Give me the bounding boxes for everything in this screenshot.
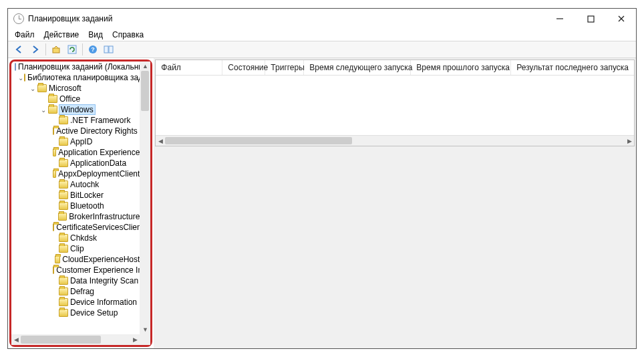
tree-item[interactable]: ›Active Directory Rights Management Serv… — [11, 126, 140, 136]
col-state[interactable]: Состояние — [222, 60, 265, 75]
tree-item[interactable]: ›Device Setup — [11, 308, 140, 318]
tree-item-label: Autochk — [70, 180, 99, 189]
tree-windows-label: Windows — [59, 105, 95, 114]
refresh-button[interactable] — [65, 43, 79, 56]
vertical-scrollbar[interactable]: ▲ ▼ — [140, 62, 150, 334]
navigation-tree[interactable]: Планировщик заданий (Локальный) ⌄ Библио… — [11, 62, 150, 345]
tree-item[interactable]: ›Bluetooth — [11, 201, 140, 211]
tree-item-label: BitLocker — [70, 191, 104, 200]
svg-text:?: ? — [91, 46, 95, 53]
col-last-run[interactable]: Время прошлого запуска — [411, 60, 511, 75]
tree-item[interactable]: ›BitLocker — [11, 190, 140, 201]
app-window: Планировщик заданий Файл Действие Вид Сп… — [7, 8, 637, 349]
tree-item-label: .NET Framework — [70, 116, 130, 125]
scrollbar-corner — [140, 334, 150, 345]
titlebar[interactable]: Планировщик заданий — [8, 9, 636, 29]
back-button[interactable] — [12, 43, 27, 56]
tree-microsoft-label: Microsoft — [49, 84, 82, 93]
tree-item[interactable]: ›Autochk — [11, 179, 140, 190]
tree-item[interactable]: ›AppxDeploymentClient — [11, 168, 140, 179]
scrollbar-thumb[interactable] — [21, 336, 101, 344]
svg-rect-1 — [588, 16, 594, 22]
folder-icon — [59, 202, 68, 210]
tree-office[interactable]: › Office — [11, 94, 140, 104]
tree-item[interactable]: ›Defrag — [11, 286, 140, 297]
scroll-right-icon[interactable]: ▶ — [625, 136, 634, 146]
tree-item[interactable]: ›CloudExperienceHost — [11, 254, 140, 265]
tree-item[interactable]: ›ApplicationData — [11, 158, 140, 168]
tree-item-label: AppxDeploymentClient — [58, 169, 140, 178]
col-next-run[interactable]: Время следующего запуска — [304, 60, 411, 75]
toolbar: ? — [8, 41, 636, 58]
menu-view[interactable]: Вид — [88, 30, 103, 39]
tree-item[interactable]: ›AppID — [11, 136, 140, 147]
scrollbar-thumb[interactable] — [141, 71, 149, 111]
scroll-down-icon[interactable]: ▼ — [140, 325, 150, 334]
tree-scroll-area: Планировщик заданий (Локальный) ⌄ Библио… — [11, 62, 140, 334]
content-area: Планировщик заданий (Локальный) ⌄ Библио… — [8, 58, 636, 348]
list-horizontal-scrollbar[interactable]: ◀ ▶ — [156, 135, 634, 146]
tree-root[interactable]: Планировщик заданий (Локальный) — [11, 62, 140, 72]
tree-item-label: Active Directory Rights Management Servi… — [56, 126, 140, 136]
folder-icon — [59, 298, 68, 306]
close-button[interactable] — [612, 12, 631, 25]
tree-item-label: Device Setup — [70, 308, 118, 318]
folder-icon — [53, 127, 54, 135]
forward-button[interactable] — [28, 43, 43, 56]
scroll-up-icon[interactable]: ▲ — [140, 62, 150, 71]
help-button[interactable]: ? — [86, 43, 100, 56]
minimize-button[interactable] — [550, 12, 569, 25]
maximize-button[interactable] — [581, 12, 600, 25]
col-last-result[interactable]: Результат последнего запуска — [511, 60, 634, 75]
tree-item-label: Defrag — [70, 287, 94, 296]
tree-library[interactable]: ⌄ Библиотека планировщика заданий — [11, 72, 140, 83]
menu-file[interactable]: Файл — [15, 30, 35, 39]
horizontal-scrollbar[interactable]: ◀ ▶ — [11, 334, 140, 345]
expand-toggle[interactable]: ⌄ — [39, 106, 47, 114]
expand-toggle[interactable]: ⌄ — [29, 85, 37, 92]
tree-item[interactable]: ›Data Integrity Scan — [11, 275, 140, 286]
scrollbar-thumb[interactable] — [165, 137, 352, 144]
scroll-right-icon[interactable]: ▶ — [130, 334, 140, 345]
tree-windows[interactable]: ⌄ Windows — [11, 104, 140, 115]
expand-toggle[interactable]: ⌄ — [18, 74, 23, 82]
properties-button[interactable] — [49, 43, 63, 56]
tree-item[interactable]: ›Clip — [11, 243, 140, 254]
scroll-left-icon[interactable]: ◀ — [156, 136, 165, 146]
task-list[interactable]: Файл Состояние Триггеры Время следующего… — [155, 60, 635, 146]
scroll-left-icon[interactable]: ◀ — [11, 334, 21, 345]
tree-item[interactable]: ›CertificateServicesClient — [11, 222, 140, 233]
col-file[interactable]: Файл — [156, 60, 222, 75]
clock-icon — [13, 13, 24, 24]
folder-icon — [53, 266, 54, 274]
show-hide-button[interactable] — [102, 43, 116, 56]
folder-icon — [59, 138, 68, 146]
tree-microsoft[interactable]: ⌄ Microsoft — [11, 83, 140, 94]
col-triggers[interactable]: Триггеры — [265, 60, 304, 75]
tree-item[interactable]: ›Chkdsk — [11, 233, 140, 243]
folder-icon — [48, 95, 57, 103]
folder-icon — [53, 170, 56, 178]
tree-item[interactable]: ›Device Information — [11, 297, 140, 308]
folder-icon — [59, 159, 68, 167]
folder-icon — [59, 245, 68, 253]
tree-item-label: Chkdsk — [70, 233, 97, 243]
menu-action[interactable]: Действие — [44, 30, 79, 39]
right-panel: Файл Состояние Триггеры Время следующего… — [154, 58, 636, 348]
menu-help[interactable]: Справка — [112, 30, 144, 39]
folder-icon — [53, 223, 54, 231]
window-title: Планировщик заданий — [28, 14, 550, 23]
folder-icon — [37, 84, 47, 92]
tree-item-label: Bluetooth — [70, 201, 104, 211]
tree-item[interactable]: ›Application Experience — [11, 147, 140, 158]
tree-item[interactable]: ›Customer Experience Improvement Program — [11, 265, 140, 275]
folder-icon — [59, 116, 68, 124]
tree-item[interactable]: ›BrokerInfrastructure — [11, 211, 140, 222]
folder-icon — [48, 106, 57, 114]
tree-office-label: Office — [59, 94, 80, 104]
window-buttons — [550, 12, 631, 25]
svg-rect-8 — [104, 46, 108, 53]
folder-icon — [59, 287, 68, 295]
folder-icon — [53, 148, 56, 156]
tree-item[interactable]: ›.NET Framework — [11, 115, 140, 126]
